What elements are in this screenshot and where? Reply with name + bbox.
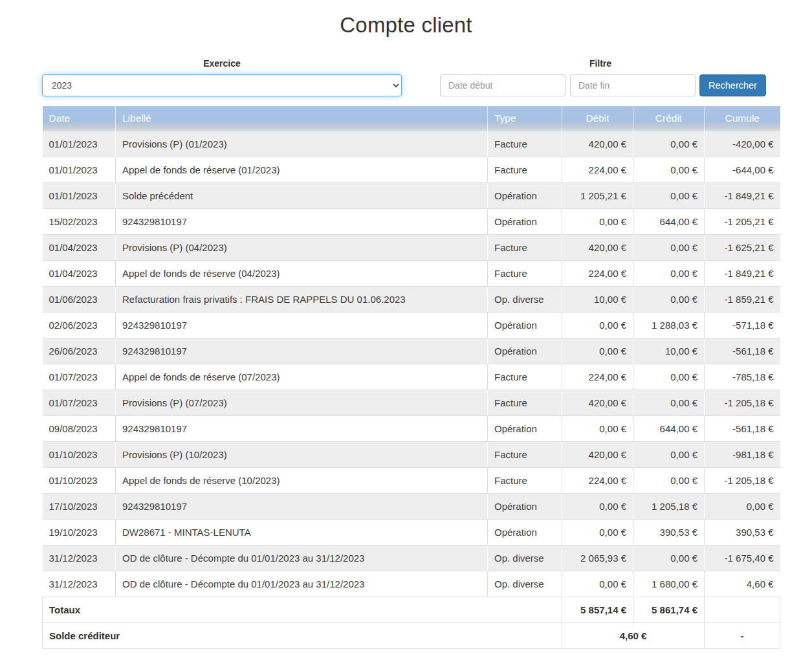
table-row: 01/01/2023 Provisions (P) (01/2023) Fact… xyxy=(43,131,780,157)
totals-label: Totaux xyxy=(43,597,562,622)
cell-cumule: -1 625,21 € xyxy=(705,234,780,260)
cell-date: 01/10/2023 xyxy=(43,441,116,467)
cell-debit: 1 205,21 € xyxy=(562,182,633,208)
column-header-cumule: Cumule xyxy=(705,106,780,131)
cell-type: Facture xyxy=(488,467,562,493)
cell-credit: 0,00 € xyxy=(633,467,705,493)
cell-credit: 0,00 € xyxy=(633,131,705,157)
cell-type: Opération xyxy=(488,338,562,364)
cell-date: 01/04/2023 xyxy=(43,260,116,286)
cell-libelle: Provisions (P) (10/2023) xyxy=(116,441,488,467)
column-header-date: Date xyxy=(43,106,116,131)
date-fin-input[interactable] xyxy=(570,74,696,96)
cell-libelle: 924329810197 xyxy=(116,338,488,364)
filters-bar: Exercice 2023 Filtre Rechercher xyxy=(42,58,761,96)
cell-debit: 420,00 € xyxy=(562,441,633,467)
table-row: 01/10/2023 Provisions (P) (10/2023) Fact… xyxy=(43,441,780,467)
table-row: 02/06/2023 924329810197 Opération 0,00 €… xyxy=(43,312,780,338)
search-button[interactable]: Rechercher xyxy=(699,74,766,96)
cell-cumule: -1 205,18 € xyxy=(705,467,780,493)
solde-row: Solde créditeur 4,60 € - xyxy=(43,622,780,648)
cell-cumule: -1 205,18 € xyxy=(705,390,780,415)
cell-libelle: Refacturation frais privatifs : FRAIS DE… xyxy=(116,286,488,312)
account-table: Date Libellé Type Débit Crédit Cumule 01… xyxy=(42,106,780,649)
cell-type: Facture xyxy=(488,234,562,260)
cell-cumule: -571,18 € xyxy=(705,312,780,338)
cell-cumule: 390,53 € xyxy=(705,519,780,545)
cell-libelle: 924329810197 xyxy=(116,208,488,234)
column-header-credit: Crédit xyxy=(633,106,705,131)
cell-libelle: 924329810197 xyxy=(116,493,488,519)
cell-type: Opération xyxy=(488,182,562,208)
cell-debit: 2 065,93 € xyxy=(562,545,633,571)
table-row: 01/10/2023 Appel de fonds de réserve (10… xyxy=(43,467,780,493)
cell-type: Opération xyxy=(488,208,562,234)
table-row: 01/06/2023 Refacturation frais privatifs… xyxy=(43,286,780,312)
cell-date: 01/01/2023 xyxy=(43,157,116,182)
cell-libelle: OD de clôture - Décompte du 01/01/2023 a… xyxy=(116,571,488,597)
cell-credit: 0,00 € xyxy=(633,390,705,415)
cell-date: 31/12/2023 xyxy=(43,571,116,597)
cell-libelle: 924329810197 xyxy=(116,312,488,338)
table-row: 31/12/2023 OD de clôture - Décompte du 0… xyxy=(43,571,780,597)
cell-date: 15/02/2023 xyxy=(43,208,116,234)
cell-libelle: 924329810197 xyxy=(116,415,488,441)
cell-cumule: -1 859,21 € xyxy=(705,286,780,312)
cell-type: Facture xyxy=(488,364,562,390)
cell-date: 01/04/2023 xyxy=(43,234,116,260)
totals-debit: 5 857,14 € xyxy=(562,597,633,622)
filter-inputs: Rechercher xyxy=(440,74,761,96)
cell-cumule: -644,00 € xyxy=(705,157,780,182)
cell-cumule: -1 849,21 € xyxy=(705,182,780,208)
exercice-group: Exercice 2023 xyxy=(42,58,402,96)
account-table-container: Date Libellé Type Débit Crédit Cumule 01… xyxy=(42,106,780,649)
cell-credit: 0,00 € xyxy=(633,157,705,182)
cell-cumule: -1 675,40 € xyxy=(705,545,780,571)
exercice-label: Exercice xyxy=(42,58,402,69)
cell-cumule: -561,18 € xyxy=(705,415,780,441)
cell-debit: 0,00 € xyxy=(562,493,633,519)
table-row: 01/04/2023 Appel de fonds de réserve (04… xyxy=(43,260,780,286)
cell-date: 01/07/2023 xyxy=(43,364,116,390)
cell-cumule: -1 205,21 € xyxy=(705,208,780,234)
cell-date: 09/08/2023 xyxy=(43,415,116,441)
cell-debit: 420,00 € xyxy=(562,131,633,157)
cell-debit: 420,00 € xyxy=(562,234,633,260)
cell-debit: 224,00 € xyxy=(562,157,633,182)
date-debut-input[interactable] xyxy=(440,74,565,96)
exercice-select[interactable]: 2023 xyxy=(42,74,402,96)
cell-libelle: Provisions (P) (07/2023) xyxy=(116,390,488,415)
cell-date: 19/10/2023 xyxy=(43,519,116,545)
cell-cumule: -1 849,21 € xyxy=(705,260,780,286)
cell-credit: 0,00 € xyxy=(633,441,705,467)
cell-type: Opération xyxy=(488,415,562,441)
cell-credit: 390,53 € xyxy=(633,519,705,545)
cell-debit: 0,00 € xyxy=(562,338,633,364)
cell-type: Op. diverse xyxy=(488,286,562,312)
cell-credit: 0,00 € xyxy=(633,364,705,390)
page-title: Compte client xyxy=(0,13,812,38)
cell-cumule: -785,18 € xyxy=(705,364,780,390)
cell-credit: 0,00 € xyxy=(633,182,705,208)
cell-libelle: Appel de fonds de réserve (10/2023) xyxy=(116,467,488,493)
table-row: 01/01/2023 Appel de fonds de réserve (01… xyxy=(43,157,780,182)
cell-libelle: OD de clôture - Décompte du 01/01/2023 a… xyxy=(116,545,488,571)
cell-debit: 0,00 € xyxy=(562,519,633,545)
column-header-debit: Débit xyxy=(562,106,633,131)
totals-cumule-empty xyxy=(705,597,780,622)
cell-credit: 644,00 € xyxy=(633,208,705,234)
table-row: 26/06/2023 924329810197 Opération 0,00 €… xyxy=(43,338,780,364)
table-row: 31/12/2023 OD de clôture - Décompte du 0… xyxy=(43,545,780,571)
cell-credit: 1 205,18 € xyxy=(633,493,705,519)
cell-type: Facture xyxy=(488,131,562,157)
cell-cumule: 4,60 € xyxy=(705,571,780,597)
cell-debit: 224,00 € xyxy=(562,260,633,286)
table-row: 01/04/2023 Provisions (P) (04/2023) Fact… xyxy=(43,234,780,260)
solde-cumule-dash: - xyxy=(705,622,780,648)
cell-libelle: Appel de fonds de réserve (07/2023) xyxy=(116,364,488,390)
cell-credit: 0,00 € xyxy=(633,286,705,312)
table-row: 01/07/2023 Appel de fonds de réserve (07… xyxy=(43,364,780,390)
table-row: 01/07/2023 Provisions (P) (07/2023) Fact… xyxy=(43,390,780,415)
cell-date: 01/10/2023 xyxy=(43,467,116,493)
table-row: 01/01/2023 Solde précédent Opération 1 2… xyxy=(43,182,780,208)
